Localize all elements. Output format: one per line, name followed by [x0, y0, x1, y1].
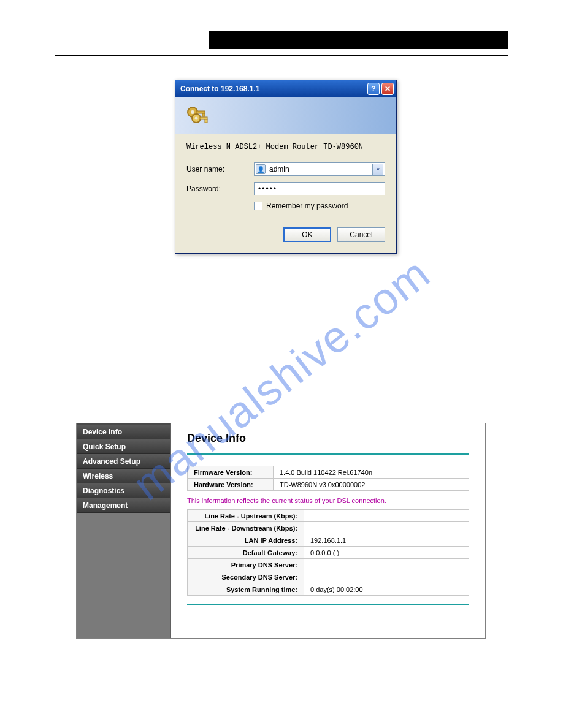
login-dialog: Connect to 192.168.1.1 ? ✕ Wireless N AD…: [175, 80, 397, 254]
row-value: 1.4.0 Build 110422 Rel.61740n: [274, 466, 469, 479]
nav-item-device-info[interactable]: Device Info: [77, 425, 170, 439]
svg-rect-6: [200, 117, 207, 119]
svg-rect-7: [205, 119, 207, 123]
footer-divider: [187, 604, 469, 605]
row-label: Primary DNS Server:: [188, 559, 304, 571]
row-value: 0.0.0.0 ( ): [304, 547, 469, 559]
help-button[interactable]: ?: [367, 83, 380, 95]
table-row: Primary DNS Server:: [188, 559, 469, 571]
row-label: System Running time:: [188, 583, 304, 596]
nav-item-quick-setup[interactable]: Quick Setup: [77, 439, 170, 454]
svg-rect-2: [196, 111, 205, 113]
remember-checkbox[interactable]: [254, 202, 262, 210]
table-row: LAN IP Address:192.168.1.1: [188, 534, 469, 547]
table-row: Default Gateway:0.0.0.0 ( ): [188, 547, 469, 559]
chevron-down-icon[interactable]: ▼: [372, 164, 383, 175]
version-table: Firmware Version:1.4.0 Build 110422 Rel.…: [187, 466, 469, 491]
nav-item-management[interactable]: Management: [77, 498, 170, 513]
row-label: Hardware Version:: [188, 479, 274, 491]
status-note: This information reflects the current st…: [187, 497, 469, 504]
remember-label: Remember my password: [266, 202, 348, 210]
row-label: Secondary DNS Server:: [188, 571, 304, 583]
page-heading: Device Info: [187, 432, 469, 445]
header-divider: [55, 55, 508, 56]
row-value: [304, 571, 469, 583]
row-value: [304, 510, 469, 522]
row-label: Firmware Version:: [188, 466, 274, 479]
table-row: System Running time:0 day(s) 00:02:00: [188, 583, 469, 596]
keys-icon: [184, 102, 211, 129]
username-combo[interactable]: admin ▼: [254, 162, 385, 176]
svg-point-5: [195, 117, 198, 120]
row-value: 192.168.1.1: [304, 534, 469, 547]
row-label: LAN IP Address:: [188, 534, 304, 547]
table-row: Hardware Version:TD-W8960N v3 0x00000002: [188, 479, 469, 491]
svg-point-1: [191, 110, 194, 114]
router-admin-panel: Device InfoQuick SetupAdvanced SetupWire…: [76, 423, 486, 639]
nav-item-diagnostics[interactable]: Diagnostics: [77, 483, 170, 498]
dialog-banner: [175, 97, 396, 134]
dialog-titlebar[interactable]: Connect to 192.168.1.1 ? ✕: [175, 80, 396, 97]
table-row: Secondary DNS Server:: [188, 571, 469, 583]
sidebar: Device InfoQuick SetupAdvanced SetupWire…: [77, 423, 170, 638]
nav-item-wireless[interactable]: Wireless: [77, 469, 170, 483]
header-blackbar: [209, 31, 508, 49]
dialog-title: Connect to 192.168.1.1: [180, 85, 367, 93]
cancel-button[interactable]: Cancel: [337, 227, 385, 242]
username-label: User name:: [186, 165, 254, 173]
row-value: [304, 522, 469, 534]
table-row: Line Rate - Downstream (Kbps):: [188, 522, 469, 534]
row-value: [304, 559, 469, 571]
status-table: Line Rate - Upstream (Kbps):Line Rate - …: [187, 509, 469, 596]
row-value: 0 day(s) 00:02:00: [304, 583, 469, 596]
table-row: Line Rate - Upstream (Kbps):: [188, 510, 469, 522]
heading-divider: [187, 453, 469, 455]
user-icon: [256, 164, 266, 174]
username-value: admin: [269, 165, 372, 173]
row-label: Line Rate - Downstream (Kbps):: [188, 522, 304, 534]
content-pane: Device Info Firmware Version:1.4.0 Build…: [170, 423, 485, 638]
row-value: TD-W8960N v3 0x00000002: [274, 479, 469, 491]
row-label: Line Rate - Upstream (Kbps):: [188, 510, 304, 522]
table-row: Firmware Version:1.4.0 Build 110422 Rel.…: [188, 466, 469, 479]
dialog-prompt: Wireless N ADSL2+ Modem Router TD-W8960N: [186, 143, 385, 151]
row-label: Default Gateway:: [188, 547, 304, 559]
svg-rect-3: [202, 113, 205, 116]
password-input[interactable]: [254, 182, 385, 195]
password-label: Password:: [186, 184, 254, 193]
close-button[interactable]: ✕: [381, 83, 394, 95]
ok-button[interactable]: OK: [283, 227, 331, 242]
nav-item-advanced-setup[interactable]: Advanced Setup: [77, 454, 170, 469]
